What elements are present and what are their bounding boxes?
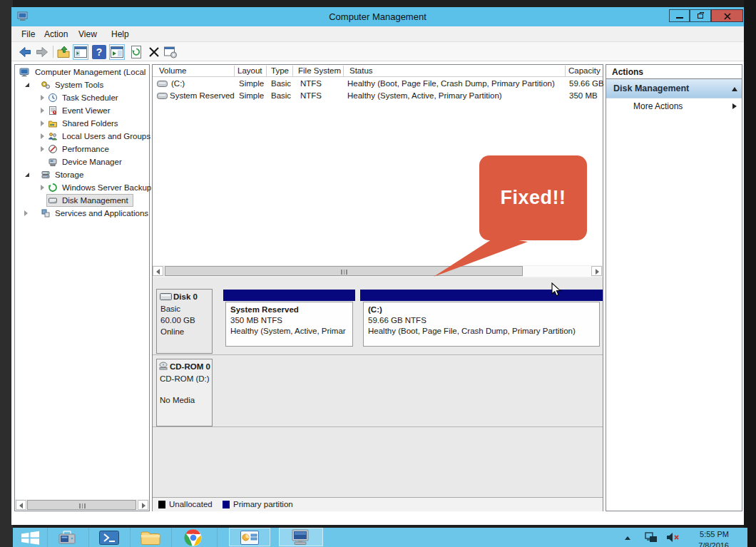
column-separator[interactable]	[234, 66, 235, 76]
close-button[interactable]	[711, 9, 743, 22]
show-action-pane-button[interactable]	[109, 44, 125, 60]
column-file-system[interactable]: File System	[298, 65, 341, 77]
tree-item-device-manager[interactable]: Device Manager	[15, 155, 149, 168]
column-separator[interactable]	[292, 66, 293, 76]
scroll-left-button[interactable]	[16, 500, 26, 510]
actions-more-row[interactable]: More Actions	[606, 98, 742, 115]
tree-label: Shared Folders	[62, 117, 118, 130]
disk0-row-divider	[153, 354, 603, 355]
column-separator[interactable]	[565, 66, 566, 76]
services-applications-icon	[41, 208, 51, 218]
collapse-icon[interactable]	[732, 87, 737, 91]
titlebar[interactable]: Computer Management	[11, 7, 744, 26]
tree-item-shared-folders[interactable]: Shared Folders	[15, 117, 149, 130]
menu-help[interactable]: Help	[111, 26, 129, 42]
partition-c[interactable]: (C:) 59.66 GB NTFS Healthy (Boot, Page F…	[360, 289, 603, 354]
tree-item-local-users-groups[interactable]: Local Users and Groups	[15, 130, 149, 143]
close-icon	[724, 13, 731, 20]
menu-view[interactable]: View	[78, 26, 97, 42]
cdrom-header-box[interactable]: CD-ROM 0 CD-ROM (D:) No Media	[156, 359, 213, 426]
windows-start-icon[interactable]	[19, 529, 43, 546]
tree-label: Performance	[62, 143, 109, 155]
volume-row-system-reserved[interactable]: System Reserved Simple Basic NTFS Health…	[153, 90, 603, 102]
tree-item-storage[interactable]: Storage	[15, 168, 149, 181]
refresh-icon[interactable]	[129, 45, 143, 59]
column-separator[interactable]	[343, 66, 344, 76]
tray-date[interactable]: 7/8/2016	[686, 541, 729, 547]
properties-icon[interactable]	[163, 45, 178, 59]
shared-folders-icon	[48, 118, 58, 128]
tree-item-computer-management[interactable]: Computer Management (Local	[15, 66, 149, 78]
menu-file[interactable]: File	[21, 26, 35, 42]
submenu-arrow-icon	[732, 103, 737, 109]
tree-item-event-viewer[interactable]: Event Viewer	[15, 104, 149, 117]
disk0-header-box[interactable]: Disk 0 Basic 60.00 GB Online	[156, 289, 213, 354]
help-button[interactable]: ?	[92, 45, 106, 59]
tree-item-disk-management[interactable]: Disk Management	[15, 194, 149, 207]
console-tree-icon	[74, 46, 87, 58]
minimize-button[interactable]	[669, 9, 690, 22]
tree-hscroll-thumb[interactable]	[27, 500, 136, 510]
collapsed-arrow-icon[interactable]	[24, 210, 28, 216]
tree-item-performance[interactable]: Performance	[15, 143, 149, 155]
partition-size: 59.66 GB NTFS	[368, 315, 426, 326]
legend-bar: Unallocated Primary partition	[153, 497, 603, 511]
scroll-left-button[interactable]	[153, 266, 163, 276]
scroll-left-icon	[156, 269, 160, 275]
up-folder-icon[interactable]	[56, 45, 71, 59]
collapsed-arrow-icon[interactable]	[41, 95, 44, 101]
collapsed-arrow-icon[interactable]	[41, 121, 44, 126]
column-separator[interactable]	[266, 66, 267, 76]
disk-management-icon	[48, 195, 58, 205]
column-type[interactable]: Type	[271, 65, 289, 77]
partition-system-reserved[interactable]: System Reserved 350 MB NTFS Healthy (Sys…	[223, 289, 355, 354]
tree-item-system-tools[interactable]: System Tools	[15, 78, 149, 91]
forward-icon[interactable]	[35, 45, 49, 59]
server-manager-icon[interactable]	[57, 528, 77, 547]
collapsed-arrow-icon[interactable]	[41, 108, 44, 113]
tree-hscrollbar[interactable]	[15, 499, 149, 511]
powershell-icon[interactable]	[98, 529, 120, 546]
scroll-right-button[interactable]	[591, 266, 602, 276]
actions-title: Actions	[612, 65, 643, 79]
tray-expand-icon[interactable]	[625, 536, 630, 540]
file-explorer-icon[interactable]	[140, 529, 161, 546]
expanded-arrow-icon[interactable]	[24, 82, 30, 88]
network-icon[interactable]	[645, 532, 658, 543]
collapsed-arrow-icon[interactable]	[41, 133, 44, 139]
tree-item-services-applications[interactable]: Services and Applications	[15, 207, 149, 220]
cell-fs: NTFS	[300, 78, 322, 90]
storage-icon	[41, 170, 51, 180]
scroll-right-button[interactable]	[138, 500, 148, 510]
actions-group-header[interactable]: Disk Management	[606, 79, 742, 98]
menu-action[interactable]: Action	[44, 26, 68, 42]
chrome-icon[interactable]	[184, 528, 203, 547]
delete-icon[interactable]	[147, 45, 161, 59]
cdrom-icon	[159, 362, 169, 371]
admin-console-icon[interactable]	[240, 529, 260, 546]
tree-item-task-scheduler[interactable]: Task Scheduler	[15, 91, 149, 104]
show-console-tree-button[interactable]	[73, 44, 88, 60]
partition-status: Healthy (Boot, Page File, Crash Dump, Pr…	[368, 326, 576, 337]
volume-icon	[157, 93, 168, 100]
collapsed-arrow-icon[interactable]	[41, 146, 44, 152]
callout-tail	[428, 234, 542, 280]
column-capacity[interactable]: Capacity	[568, 65, 601, 77]
tree-label: Disk Management	[62, 194, 128, 207]
actions-pane	[606, 64, 742, 511]
computer-icon-task[interactable]	[290, 528, 311, 547]
back-icon[interactable]	[18, 45, 32, 59]
column-volume[interactable]: Volume	[159, 65, 186, 77]
maximize-button[interactable]	[690, 9, 711, 22]
column-layout[interactable]: Layout	[237, 65, 262, 77]
tray-time[interactable]: 5:55 PM	[686, 530, 729, 538]
column-status[interactable]: Status	[349, 65, 373, 77]
volume-muted-icon[interactable]	[666, 531, 680, 543]
tree-item-windows-server-backup[interactable]: Windows Server Backup	[15, 181, 149, 194]
expanded-arrow-icon[interactable]	[24, 172, 30, 178]
partition-body: (C:) 59.66 GB NTFS Healthy (Boot, Page F…	[363, 302, 600, 347]
tree-label: Task Scheduler	[62, 91, 118, 104]
volume-row-c[interactable]: (C:) Simple Basic NTFS Healthy (Boot, Pa…	[153, 78, 603, 90]
scroll-right-icon	[596, 269, 599, 275]
collapsed-arrow-icon[interactable]	[41, 185, 44, 190]
